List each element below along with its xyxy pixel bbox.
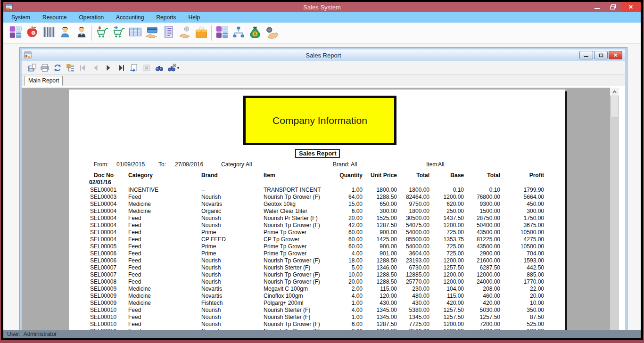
table-cell: 725.00 (446, 250, 464, 257)
table-cell: 12885.00 (406, 271, 429, 278)
user-value: Administrator (24, 331, 57, 337)
table-row: SEL00009MedicineFishtechPolgarg+ 200ml1.… (69, 300, 565, 307)
title-bar[interactable]: Sales System ✕ (3, 2, 641, 12)
item-label: Item: (426, 161, 439, 168)
toolbar-card-payment-button[interactable] (143, 24, 160, 42)
toolbar-apple-button[interactable] (24, 24, 40, 42)
table-cell: 1.00 (352, 314, 363, 320)
table-cell: 10.00 (348, 271, 363, 278)
toolbar-barcode-button[interactable] (40, 24, 57, 42)
first-page-button[interactable] (76, 62, 89, 74)
table-cell: Nourish (201, 314, 221, 320)
toolbar-org-chart-button[interactable] (230, 24, 247, 42)
table-cell: SEL00010 (90, 321, 116, 327)
vertical-scrollbar[interactable] (610, 88, 619, 330)
table-row: SEL00010FeedNourishNourish Tp Grower (F)… (69, 328, 565, 330)
table-cell: 1800.00 (409, 187, 429, 193)
table-cell: Megavit C 100gm (264, 286, 308, 292)
brand-value: All (351, 161, 357, 168)
toolbar-purchase-cart-button[interactable] (94, 24, 110, 42)
from-label: From: (94, 161, 108, 168)
table-cell: 5030.00 (480, 307, 500, 313)
print-button[interactable] (38, 62, 51, 74)
toolbar-modules-button[interactable] (7, 24, 24, 42)
toolbar-sales-cart-button[interactable] (110, 24, 127, 42)
table-cell: CP FEED (201, 236, 226, 243)
table-cell: 9750.00 (409, 201, 429, 207)
report-title-box: Sales Report (295, 149, 340, 158)
table-cell: 208.00 (483, 286, 500, 292)
customer-icon (58, 25, 72, 41)
toolbar-stock-box-button[interactable] (193, 24, 209, 42)
table-cell: Prime Tp Grower (264, 243, 306, 250)
close-icon[interactable]: ✕ (621, 2, 641, 12)
refresh-button[interactable] (51, 62, 64, 74)
table-cell: 6.00 (352, 208, 363, 214)
table-cell: 460.00 (483, 293, 500, 299)
box-icon (194, 25, 208, 41)
tab-main-report[interactable]: Main Report (25, 76, 63, 86)
table-cell: Novartis (201, 286, 222, 292)
go-to-page-button[interactable] (127, 62, 140, 74)
table-cell: SEL00006 (90, 250, 116, 257)
table-cell: 230.00 (412, 286, 429, 292)
minimize-icon[interactable] (589, 2, 605, 12)
application-window: Sales System ✕ System Resource Operation… (0, 0, 644, 343)
svg-text:$: $ (254, 32, 256, 36)
table-cell: 10.00 (530, 300, 544, 306)
table-cell: 50400.00 (477, 222, 500, 229)
table-cell: 54000.00 (406, 243, 429, 250)
table-cell: TRANSPORT INCENT (264, 187, 321, 193)
table-cell: -- (201, 187, 205, 193)
last-page-button[interactable] (115, 62, 127, 74)
menu-help[interactable]: Help (182, 12, 206, 23)
toolbar-invoice-button[interactable] (127, 24, 143, 42)
table-cell: Feed (128, 271, 141, 278)
previous-page-button[interactable] (89, 62, 102, 74)
table-cell: Feed (128, 328, 141, 330)
scrollbar-thumb[interactable] (610, 96, 619, 117)
table-cell: Feed (128, 321, 141, 327)
toolbar-employee-button[interactable] (73, 24, 90, 42)
table-row: SEL00001INCENTIVE--TRANSPORT INCENT1.001… (69, 187, 565, 194)
toolbar-pay-coin-button[interactable] (263, 24, 280, 42)
employee-icon (74, 25, 89, 41)
next-page-button[interactable] (102, 62, 115, 74)
toggle-group-tree-button[interactable] (64, 62, 76, 74)
col-total: Total (416, 172, 429, 179)
table-cell: Feed (128, 194, 141, 200)
col-doc-no: Doc No (94, 172, 114, 179)
table-cell: 43500.00 (477, 229, 500, 236)
toolbar-receive-money-button[interactable]: 1 (176, 24, 193, 42)
hand-holding-coin-icon (264, 25, 279, 41)
table-cell: Nourish (201, 194, 221, 200)
table-cell: 1288.50 (377, 278, 397, 285)
table-cell: Feed (128, 307, 141, 313)
toolbar-report-doc-button[interactable] (160, 24, 176, 42)
close-icon[interactable]: ✕ (609, 51, 622, 59)
menu-accounting[interactable]: Accounting (110, 12, 150, 23)
restore-icon[interactable] (605, 2, 621, 12)
table-cell: 350.00 (527, 307, 544, 313)
restore-icon[interactable] (594, 51, 608, 59)
toolbar-modules2-button[interactable] (214, 24, 230, 42)
menu-system[interactable]: System (5, 12, 36, 23)
toolbar-money-bag-button[interactable]: $ (247, 24, 263, 42)
table-header: Doc No Category Brand Item Quantity Unit… (69, 172, 565, 179)
cancel-button[interactable] (140, 62, 153, 74)
table-cell: Feed (128, 264, 141, 271)
menu-resource[interactable]: Resource (36, 12, 73, 23)
find-button[interactable] (153, 62, 165, 74)
menu-reports[interactable]: Reports (150, 12, 182, 23)
table-cell: 15.00 (348, 201, 363, 207)
table-cell: SEL00004 (90, 215, 116, 221)
zoom-dropdown-icon[interactable]: ▼ (176, 66, 180, 70)
table-row: SEL00003FeedNourishNourish Tp Grower (F)… (69, 194, 565, 201)
report-title-bar[interactable]: Sales Report ✕ (22, 49, 625, 61)
menu-operation[interactable]: Operation (73, 12, 110, 23)
toolbar-customer-button[interactable] (57, 24, 73, 42)
minimize-icon[interactable] (579, 51, 593, 59)
scroll-up-icon[interactable] (610, 88, 619, 96)
table-cell: 1500.00 (480, 208, 500, 214)
export-button[interactable] (25, 62, 38, 74)
